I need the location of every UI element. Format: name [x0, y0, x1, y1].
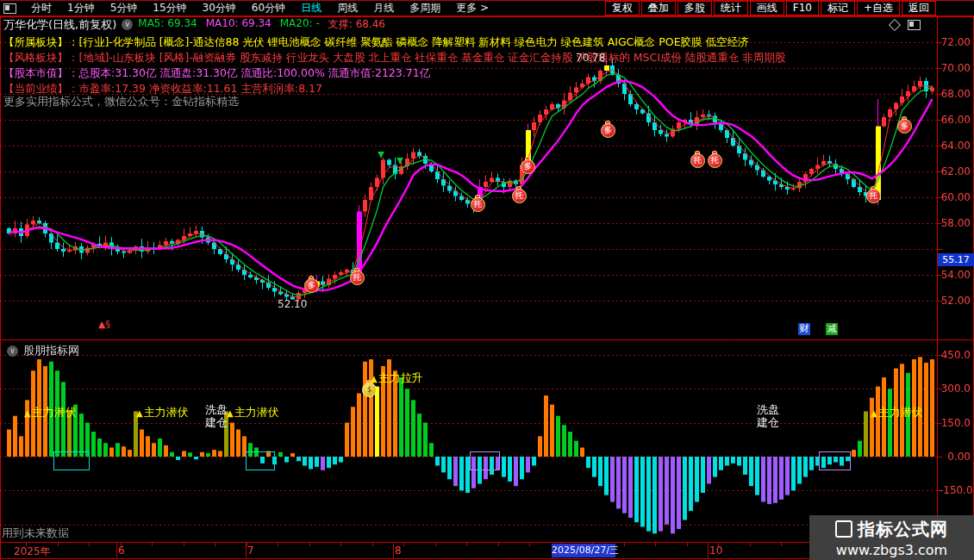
- price-tick: 58.00: [940, 217, 971, 229]
- watermark-bottom-left: 用到未来数据: [2, 526, 69, 541]
- timeframe-tab-日线[interactable]: 日线: [301, 1, 322, 16]
- signal-flag: ▲主力潜伏: [227, 405, 279, 420]
- sell-arrow-icon: [378, 152, 384, 158]
- timeframe-toolbar: 分时1分钟5分钟15分钟30分钟60分钟日线周线月线多周期更多 > 复权叠加多股…: [0, 0, 974, 16]
- signal-flag: ▲主力潜伏: [24, 405, 77, 420]
- toolbar-button-+自选[interactable]: +自选: [857, 1, 900, 16]
- brand-title: 指标公式网: [858, 518, 948, 541]
- function-badge-减[interactable]: 减: [826, 323, 838, 335]
- price-tick: 52.00: [940, 295, 971, 307]
- timeframe-tabs: 分时1分钟5分钟15分钟30分钟60分钟日线周线月线多周期更多 >: [23, 1, 496, 16]
- money-bag-icon: 托: [708, 153, 722, 168]
- toolbar-button-多股[interactable]: 多股: [677, 1, 712, 16]
- date-label: 7: [247, 544, 254, 557]
- timeframe-tab-多周期[interactable]: 多周期: [409, 1, 440, 16]
- indicator-tick: 0.00: [940, 451, 971, 463]
- zbgs-logo-icon: [835, 520, 852, 538]
- info-row-1: 【风格板块】：[地域]-山东板块 [风格]-融资融券 股东减持 行业龙头 大盘股…: [3, 51, 785, 65]
- flag-triangle-icon: ▲: [871, 408, 877, 418]
- ma-readout: MA5: 69.34: [138, 17, 197, 32]
- price-callout: 70.78: [576, 52, 605, 64]
- crosshair-date-box: 2025/08/27/三: [552, 544, 615, 557]
- price-tick: 62.00: [940, 165, 971, 177]
- price-callout: 52.10: [278, 298, 307, 310]
- toolbar-button-叠加[interactable]: 叠加: [641, 1, 676, 16]
- timeframe-tab-周线[interactable]: 周线: [337, 1, 358, 16]
- price-tick: 64.00: [940, 140, 971, 152]
- price-tick: 72.00: [940, 36, 971, 48]
- signal-flag: ▲主力拉升: [371, 370, 423, 386]
- window-layout-icon[interactable]: [3, 3, 16, 14]
- toolbar-button-画线[interactable]: 画线: [750, 1, 784, 16]
- date-label: 6: [118, 544, 125, 557]
- signal-flag: ▲主力潜伏: [136, 405, 189, 420]
- ma-readout: 支撑: 68.46: [328, 17, 385, 32]
- timeframe-tab-30分钟[interactable]: 30分钟: [203, 1, 236, 16]
- ma-readouts: MA5: 69.34MA10: 69.34MA20: -支撑: 68.46: [138, 17, 394, 32]
- ma-readout: MA10: 69.34: [206, 17, 272, 32]
- indicator-tick: -150.0: [940, 484, 971, 496]
- toolbar-button-统计[interactable]: 统计: [714, 1, 748, 16]
- timeframe-tab-分时[interactable]: 分时: [31, 1, 52, 16]
- timeframe-tab-15分钟[interactable]: 15分钟: [153, 1, 186, 16]
- toolbar-buttons: 复权叠加多股统计画线F10标记+自选返回: [603, 1, 974, 16]
- date-label: 10: [709, 544, 722, 557]
- money-bag-icon: 托: [512, 189, 527, 203]
- hollow-signal-box: [470, 451, 500, 470]
- date-label: 2025年: [14, 544, 51, 559]
- timeframe-tab-更多 >[interactable]: 更多 >: [456, 1, 489, 16]
- diamond-icon[interactable]: [889, 18, 901, 30]
- money-bag-icon: 托: [690, 153, 705, 168]
- wash-label: 洗盘建仓: [203, 403, 229, 429]
- money-bag-icon: 多: [521, 159, 535, 174]
- info-row-0: 【所属板块】：[行业]-化学制品 [概念]-通达信88 光伏 锂电池概念 碳纤维…: [3, 35, 749, 50]
- flag-triangle-icon: ▲: [24, 408, 31, 418]
- money-bag-icon: $: [362, 383, 377, 397]
- price-tick: 66.00: [940, 114, 971, 126]
- collapse-chevron-icon[interactable]: ∨: [122, 19, 133, 30]
- timeframe-tab-月线[interactable]: 月线: [373, 1, 394, 16]
- stock-title: 万华化学(日线,前复权): [3, 17, 116, 33]
- title-bar: 万华化学(日线,前复权) ∨ MA5: 69.34MA10: 69.34MA20…: [0, 17, 936, 32]
- function-badge-财[interactable]: 财: [798, 323, 810, 335]
- money-bag-icon: 多: [897, 119, 912, 134]
- ma-readout: MA20: -: [280, 17, 320, 32]
- signal-s-marker: ▲§: [98, 320, 110, 328]
- sub-panel-header: ∨股朋指标网: [7, 343, 79, 358]
- money-bag-icon: 托: [866, 189, 881, 203]
- brand-watermark: 指标公式网 www.zbgs3.com: [809, 515, 974, 560]
- hollow-signal-box: [53, 451, 90, 470]
- money-bag-icon: 多: [304, 278, 319, 293]
- brand-url: www.zbgs3.com: [836, 542, 947, 558]
- price-tick: 70.00: [940, 62, 971, 74]
- money-bag-icon: 托: [471, 197, 485, 212]
- timeframe-tab-5分钟[interactable]: 5分钟: [110, 1, 138, 16]
- wash-label: 洗盘建仓: [755, 403, 781, 429]
- signal-flag: ▲主力潜伏: [871, 405, 923, 420]
- split-view-icon[interactable]: [908, 20, 921, 30]
- money-bag-icon: 托: [350, 271, 365, 285]
- crosshair-price-box: 55.17: [938, 253, 974, 266]
- sell-arrow-icon: [396, 158, 403, 164]
- info-row-2: 【股本市值】：总股本:31.30亿 流通盘:31.30亿 流通比:100.00%…: [3, 66, 430, 81]
- collapse-chevron-icon[interactable]: ∨: [7, 345, 18, 357]
- price-tick: 60.00: [940, 191, 971, 203]
- price-tick: 68.00: [940, 88, 971, 100]
- toolbar-button-F10[interactable]: F10: [786, 1, 819, 16]
- flag-triangle-icon: ▲: [371, 374, 378, 383]
- toolbar-button-复权[interactable]: 复权: [605, 1, 640, 16]
- indicator-tick: 300.0: [940, 383, 971, 395]
- indicator-tick: 150.0: [940, 417, 971, 429]
- money-bag-icon: 多: [601, 123, 615, 138]
- price-tick: 54.00: [940, 269, 971, 281]
- timeframe-tab-60分钟[interactable]: 60分钟: [252, 1, 285, 16]
- tdx-app-window: 分时1分钟5分钟15分钟30分钟60分钟日线周线月线多周期更多 > 复权叠加多股…: [0, 0, 974, 560]
- hollow-signal-box: [246, 451, 275, 470]
- flag-triangle-icon: ▲: [136, 408, 143, 418]
- toolbar-button-返回[interactable]: 返回: [902, 1, 936, 16]
- toolbar-button-标记[interactable]: 标记: [821, 1, 855, 16]
- date-label: 8: [395, 544, 402, 557]
- indicator-tick: 450.0: [940, 349, 971, 361]
- timeframe-tab-1分钟[interactable]: 1分钟: [67, 1, 95, 16]
- hollow-signal-box: [819, 451, 851, 470]
